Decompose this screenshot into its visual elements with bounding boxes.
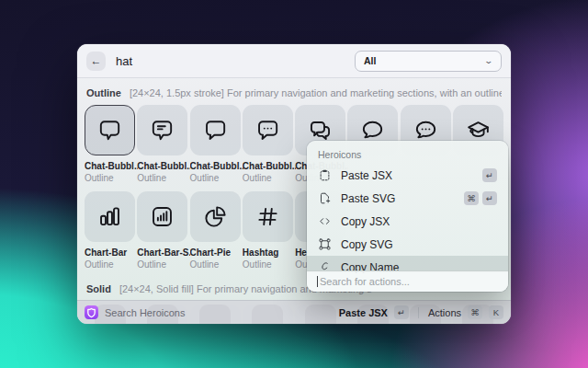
enter-key-badge: ↵	[482, 168, 497, 182]
dropdown-value: All	[364, 55, 485, 66]
back-arrow-icon: ←	[91, 54, 102, 67]
chat-bubble-left-right-icon	[308, 118, 333, 143]
grid-item[interactable]: Chart-Bar Outline	[85, 191, 135, 270]
grid-item[interactable]: Chat-Bubbl... Outline	[137, 105, 187, 183]
section-title: Solid	[86, 283, 111, 294]
actions-search-placeholder: Search for actions...	[320, 276, 410, 287]
menu-item-paste-svg[interactable]: Paste SVG ⌘ ↵	[307, 187, 508, 210]
clipboard-icon	[318, 168, 332, 182]
hashtag-icon	[255, 204, 280, 229]
actions-button[interactable]: Actions	[428, 307, 461, 318]
heroicons-logo-icon	[85, 305, 98, 319]
search-input[interactable]: hat	[116, 54, 132, 68]
k-key-badge: K	[489, 305, 503, 319]
grid-item[interactable]: Chart-Pie Outline	[190, 191, 241, 270]
chart-bar-icon	[97, 204, 122, 229]
chart-bar-square-icon	[150, 204, 175, 229]
actions-menu: Heroicons Paste JSX ↵ Paste SVG ⌘ ↵	[307, 141, 508, 292]
menu-list: Paste JSX ↵ Paste SVG ⌘ ↵ Copy JSX	[307, 164, 508, 273]
tile-selected[interactable]	[85, 105, 135, 155]
chat-bubble-oval-icon	[360, 118, 385, 143]
chat-bubble-oval-ellipsis-icon	[413, 118, 438, 143]
chart-pie-icon	[203, 204, 228, 229]
enter-key-badge: ↵	[482, 191, 497, 205]
divider	[418, 307, 419, 318]
enter-key-badge: ↵	[394, 305, 409, 319]
grid-item[interactable]: Chat-Bubbl... Outline	[243, 105, 293, 183]
cmd-key-badge: ⌘	[464, 191, 479, 205]
menu-item-paste-jsx[interactable]: Paste JSX ↵	[307, 164, 508, 187]
status-bar: Search Heroicons Paste JSX ↵ Actions ⌘ K	[77, 300, 511, 324]
menu-item-copy-svg[interactable]: Copy SVG	[307, 233, 508, 256]
outline-section-header: Outline [24×24, 1.5px stroke] For primar…	[86, 87, 502, 98]
icon-style: Outline	[85, 173, 135, 183]
grid-item[interactable]: Hashtag Outline	[243, 191, 293, 270]
chevron-down-icon: ⌄	[484, 56, 494, 65]
back-button[interactable]: ←	[86, 52, 106, 71]
search-header: ← hat All ⌄	[77, 44, 511, 78]
grid-item[interactable]: Chart-Bar-S... Outline	[137, 191, 187, 270]
chat-bubble-ellipsis-icon	[255, 118, 280, 143]
chat-bubble-left-icon	[203, 118, 228, 143]
grid-item[interactable]: Chat-Bubbl... Outline	[85, 105, 135, 183]
cmd-key-badge: ⌘	[468, 305, 482, 319]
frame-icon	[318, 237, 332, 251]
menu-title: Heroicons	[307, 141, 508, 164]
section-title: Outline	[86, 87, 121, 98]
section-desc: [24×24, 1.5px stroke] For primary naviga…	[130, 87, 502, 98]
menu-item-copy-jsx[interactable]: Copy JSX	[307, 210, 508, 233]
app-label: Search Heroicons	[105, 307, 185, 318]
style-filter-dropdown[interactable]: All ⌄	[355, 51, 502, 72]
icon-name: Chat-Bubbl...	[85, 161, 138, 171]
text-caret	[317, 276, 318, 287]
grid-item[interactable]: Chat-Bubbl... Outline	[190, 105, 241, 183]
document-plus-icon	[318, 191, 332, 205]
chat-bubble-text-icon	[150, 118, 175, 143]
chat-bubble-icon	[97, 118, 122, 143]
primary-action-button[interactable]: Paste JSX	[339, 307, 388, 318]
actions-search-input[interactable]: Search for actions...	[307, 270, 508, 292]
code-icon	[318, 214, 332, 228]
academic-cap-icon	[466, 118, 491, 143]
